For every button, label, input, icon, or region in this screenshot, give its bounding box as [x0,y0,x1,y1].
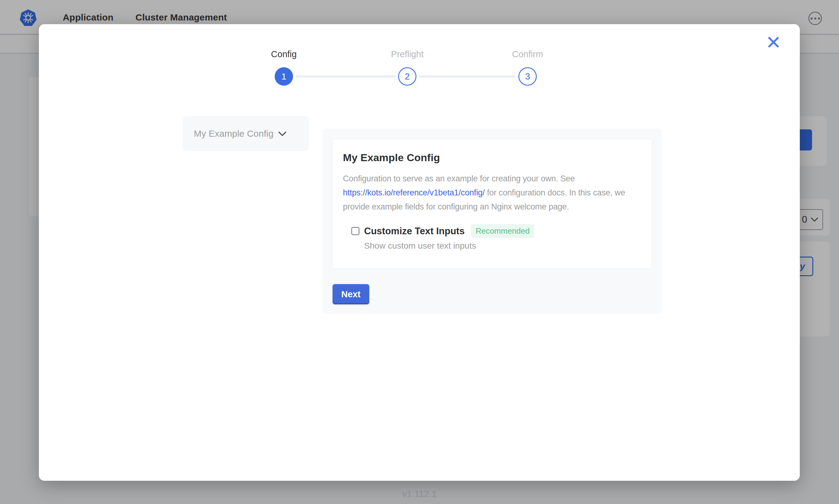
step-circle-3: 3 [518,67,537,86]
step-circle-2: 2 [398,67,416,86]
config-wizard-modal: Config Preflight Confirm 1 2 3 My Exampl… [39,24,800,481]
description-text-before: Configuration to serve as an example for… [343,174,575,183]
config-group-dropdown-label: My Example Config [194,128,273,139]
customize-text-inputs-checkbox[interactable] [351,227,359,235]
step-connector-1 [295,75,396,77]
config-panel: My Example Config Configuration to serve… [322,129,662,314]
recommended-badge: Recommended [471,224,534,238]
config-group-description: Configuration to serve as an example for… [343,172,637,214]
step-connector-2 [419,75,516,77]
chevron-down-icon [278,131,286,136]
close-icon[interactable] [765,34,782,51]
config-group-dropdown[interactable]: My Example Config [183,116,309,151]
customize-text-inputs-label: Customize Text Inputs [364,226,464,237]
step-label-config: Config [238,49,330,59]
next-button[interactable]: Next [332,284,369,304]
customize-text-inputs-row: Customize Text Inputs Recommended [351,224,641,238]
config-group-card: My Example Config Configuration to serve… [332,139,652,269]
step-label-confirm: Confirm [482,49,573,59]
step-circle-1: 1 [275,67,293,86]
step-label-preflight: Preflight [361,49,453,59]
config-group-title: My Example Config [343,152,641,164]
customize-text-inputs-help: Show custom user text inputs [364,241,641,251]
config-docs-link[interactable]: https://kots.io/reference/v1beta1/config… [343,188,485,197]
kots-admin-screen: Application Cluster Management 0 y v1.11… [0,0,839,504]
